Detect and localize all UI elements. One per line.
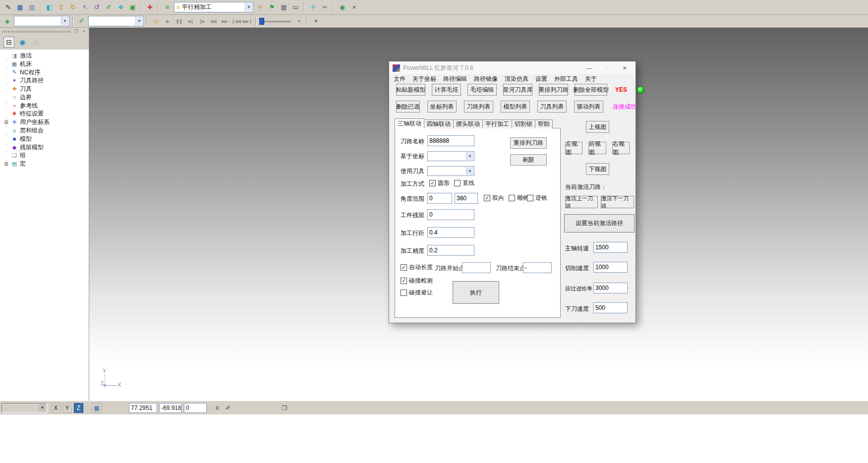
checkbox-box[interactable]: ✓: [401, 264, 407, 271]
chevron-down-icon[interactable]: ▼: [135, 17, 143, 25]
menu-render-sim[interactable]: 渲染仿真: [501, 74, 532, 84]
coordinate-y-field[interactable]: -69.918: [159, 403, 182, 413]
y-axis-button[interactable]: Y: [62, 403, 72, 413]
base-coordinate-combo[interactable]: ▼: [427, 151, 474, 161]
expander-icon[interactable]: [3, 53, 9, 58]
checkbox-box[interactable]: [401, 289, 407, 296]
hammer-icon[interactable]: ✛: [255, 2, 265, 12]
toolbar-close-icon[interactable]: ×: [349, 2, 359, 12]
dialog-titlebar[interactable]: PowerMILL 忆梦星河 7.0.6 — □ ✕: [389, 61, 636, 74]
calculator-icon[interactable]: ▦: [279, 2, 289, 12]
bottom-view-button[interactable]: 下视图: [586, 163, 609, 175]
toolpath-name-input[interactable]: [427, 135, 474, 146]
play-icon[interactable]: ▶: [163, 16, 173, 26]
tab-3axis[interactable]: 三轴联动: [395, 118, 424, 128]
angle-to-input[interactable]: [455, 193, 478, 204]
status-combo[interactable]: ▼: [1, 403, 47, 413]
keyboard-icon[interactable]: ▭: [290, 2, 301, 12]
z-axis-icon[interactable]: ↥: [56, 2, 66, 12]
strategy-combo[interactable]: ≡ 平行精加工 ▼: [174, 2, 253, 12]
fast-forward-icon[interactable]: ▶▶: [220, 16, 230, 26]
go-start-icon[interactable]: ❙◀◀: [231, 16, 241, 26]
new-model-icon[interactable]: ✎: [3, 2, 13, 12]
checkbox-box[interactable]: [454, 180, 461, 186]
strategy-icon[interactable]: ≡: [162, 2, 173, 12]
globe-icon[interactable]: ◉: [17, 37, 28, 48]
tab-swivel-head[interactable]: 摆头联动: [453, 119, 483, 128]
tool-combo[interactable]: ▼: [88, 16, 144, 26]
chevron-down-icon[interactable]: ▼: [61, 17, 68, 25]
expander-icon[interactable]: [3, 95, 9, 100]
chevron-down-icon[interactable]: ▼: [245, 3, 252, 11]
block-icon[interactable]: ◧: [44, 2, 55, 12]
bidirectional-checkbox[interactable]: ✓ 双向: [484, 194, 504, 202]
levels-icon[interactable]: ▣: [127, 2, 138, 12]
flag-icon[interactable]: ⚑: [267, 2, 277, 12]
go-end-icon[interactable]: ▶▶❙: [242, 16, 252, 26]
coordinate-list-button[interactable]: 坐标列表: [427, 101, 457, 113]
delete-all-models-button[interactable]: 删除全部模型: [575, 84, 607, 96]
chevron-down-icon[interactable]: ▼: [466, 167, 473, 175]
rearrange-button[interactable]: 重排列刀路: [510, 137, 547, 149]
checkbox-box[interactable]: ✓: [401, 278, 407, 284]
cutting-feed-input[interactable]: [593, 262, 628, 273]
expander-icon[interactable]: [3, 86, 9, 92]
menu-file[interactable]: 文件: [390, 74, 409, 84]
expander-icon[interactable]: [3, 78, 9, 83]
menu-coordinates[interactable]: 关于坐标: [409, 74, 440, 84]
toolbar-close-icon[interactable]: ×: [311, 16, 321, 26]
activate-next-toolpath-button[interactable]: 激活下一刀路: [601, 196, 634, 208]
coordinate-z-field[interactable]: 0: [184, 403, 207, 413]
tree-item-machine[interactable]: ▦机床: [2, 60, 89, 68]
expander-icon[interactable]: [3, 61, 9, 67]
move-icon[interactable]: ❖: [116, 2, 126, 12]
toolpath-end-input[interactable]: [523, 262, 552, 273]
measure-icon[interactable]: ↖: [80, 2, 90, 12]
collision-avoid-checkbox[interactable]: 碰撞避让: [401, 289, 433, 297]
set-active-path-button[interactable]: 设置当前激活路径: [564, 214, 635, 232]
explorer-icon[interactable]: ⊟: [3, 37, 14, 48]
tree-item-nc-programs[interactable]: ✎NC程序: [2, 68, 89, 77]
expander-icon[interactable]: [3, 153, 9, 158]
tab-help[interactable]: 帮助: [535, 119, 553, 128]
skim-feed-input[interactable]: [593, 283, 628, 293]
tree-item-models[interactable]: ■模型: [2, 135, 89, 143]
draw-icon[interactable]: ✐: [104, 2, 114, 12]
checkbox-box[interactable]: ✓: [429, 180, 436, 186]
tool-icon[interactable]: ✚: [145, 2, 155, 12]
pen-icon[interactable]: ✐: [76, 16, 87, 26]
tool-list-button[interactable]: 刀具列表: [537, 101, 567, 113]
menu-external-tools[interactable]: 外部工具: [551, 74, 581, 84]
checkbox-box[interactable]: ✓: [484, 195, 490, 201]
toolpath-tree-icon[interactable]: ◈: [2, 16, 12, 26]
menu-path-mirror[interactable]: 路径镜像: [470, 74, 501, 84]
tab-4axis[interactable]: 四轴联动: [424, 119, 454, 128]
calc-block-button[interactable]: 计算毛坯: [432, 84, 461, 96]
tree-item-tools[interactable]: ✚刀具: [2, 85, 89, 93]
tree-item-feature-sets[interactable]: ❖特征设置: [2, 110, 89, 118]
tab-saw[interactable]: 切割锯: [512, 119, 535, 128]
activate-prev-toolpath-button[interactable]: 激活上一刀路: [565, 196, 598, 208]
step-forward-icon[interactable]: ❙▶: [197, 16, 207, 26]
rearrange-toolpaths-button[interactable]: 重排列刀路: [539, 84, 568, 96]
z-axis-button[interactable]: Z: [74, 403, 83, 413]
clock-icon[interactable]: ◔: [293, 16, 304, 26]
refresh-button[interactable]: 刷新: [510, 154, 547, 166]
tree-item-macros[interactable]: ⊞▤宏: [2, 160, 89, 168]
monitor-icon[interactable]: ❐: [280, 403, 289, 413]
left-view-button[interactable]: 左视图: [565, 142, 582, 154]
tool-library-button[interactable]: 星河刀具库: [503, 84, 532, 96]
undo-icon[interactable]: ↺: [92, 2, 102, 12]
tree-item-toolpaths[interactable]: ✦刀具路径: [2, 76, 89, 85]
menu-settings[interactable]: 设置: [532, 74, 551, 84]
expander-icon[interactable]: [3, 69, 9, 75]
pause-icon[interactable]: ❚❚: [174, 16, 184, 26]
panel-pin-icon[interactable]: ❐: [73, 29, 79, 34]
conventional-mill-checkbox[interactable]: 逆铣: [527, 194, 547, 202]
toolpath-combo[interactable]: ▼: [14, 16, 69, 26]
model-list-button[interactable]: 模型列表: [501, 101, 530, 113]
lightbulb-icon[interactable]: ◎: [151, 16, 161, 26]
slider-handle[interactable]: [259, 18, 264, 25]
toolpath-list-button[interactable]: 刀路列表: [464, 101, 493, 113]
line-checkbox[interactable]: 直线: [454, 179, 474, 187]
